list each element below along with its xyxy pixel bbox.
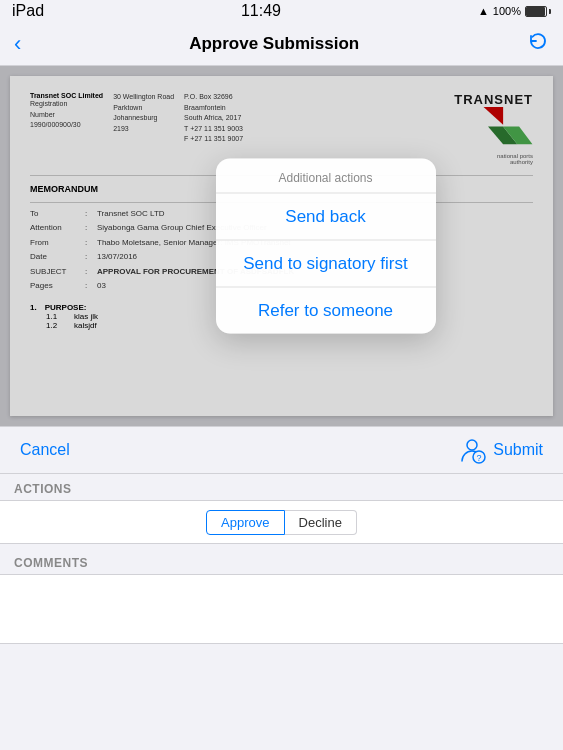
status-bar: iPad 11:49 ▲ 100% — [0, 0, 563, 22]
popup-refer-someone[interactable]: Refer to someone — [216, 288, 436, 334]
device-label: iPad — [12, 2, 44, 20]
nav-bar: ‹ Approve Submission — [0, 22, 563, 66]
signal-icon: ▲ — [478, 5, 489, 17]
comments-section: COMMENTS — [0, 544, 563, 648]
svg-point-3 — [467, 440, 477, 450]
popup-send-back[interactable]: Send back — [216, 194, 436, 241]
svg-text:?: ? — [477, 453, 482, 463]
action-popup: Additional actions Send back Send to sig… — [216, 159, 436, 334]
bottom-bar: Cancel ? Submit — [0, 426, 563, 474]
approve-button[interactable]: Approve — [206, 510, 284, 535]
submit-button[interactable]: Submit — [493, 441, 543, 459]
battery-label: 100% — [493, 5, 521, 17]
page-title: Approve Submission — [189, 34, 359, 54]
time-label: 11:49 — [241, 2, 281, 20]
back-button[interactable]: ‹ — [14, 33, 21, 55]
person-icon: ? — [457, 435, 487, 465]
status-indicators: ▲ 100% — [478, 5, 551, 17]
refresh-button[interactable] — [527, 30, 549, 57]
popup-send-signatory[interactable]: Send to signatory first — [216, 241, 436, 288]
actions-label: ACTIONS — [0, 474, 563, 500]
document-area: Transnet SOC Limited Registration Number… — [0, 66, 563, 426]
popup-title: Additional actions — [216, 159, 436, 194]
cancel-button[interactable]: Cancel — [20, 441, 70, 459]
actions-row: Approve Decline — [0, 500, 563, 544]
decline-button[interactable]: Decline — [285, 510, 357, 535]
battery-icon — [525, 6, 551, 17]
submit-area: ? Submit — [457, 435, 543, 465]
comments-box[interactable] — [0, 574, 563, 644]
comments-label: COMMENTS — [0, 548, 563, 574]
refresh-icon — [527, 30, 549, 52]
